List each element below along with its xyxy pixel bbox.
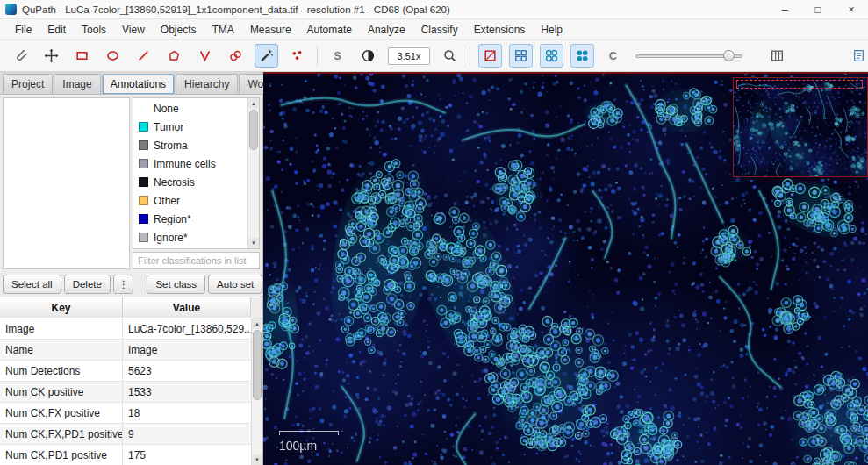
class-item-ignore[interactable]: Ignore*	[133, 228, 247, 247]
scroll-down-icon[interactable]: ▼	[252, 454, 262, 465]
close-button[interactable]: ×	[835, 0, 868, 18]
scrollbar-thumb[interactable]	[249, 110, 258, 150]
tab-image[interactable]: Image	[54, 74, 100, 94]
measurement-row[interactable]: ImageLuCa-7color_[13860,529...	[0, 318, 251, 340]
class-item-tumor[interactable]: Tumor	[133, 118, 247, 136]
class-item-stroma[interactable]: Stroma	[133, 136, 247, 154]
measurement-key: Image	[0, 318, 123, 339]
measurement-row[interactable]: Num CK,FX,PD1 positive9	[0, 424, 251, 445]
image-bounds-line	[263, 72, 868, 74]
menu-analyze[interactable]: Analyze	[360, 19, 413, 39]
pin-tool-button[interactable]	[9, 44, 32, 68]
class-label: Stroma	[154, 140, 188, 152]
menu-tools[interactable]: Tools	[74, 19, 114, 39]
set-class-button[interactable]: Set class	[147, 275, 205, 294]
measurement-row[interactable]: NameImage	[0, 340, 251, 361]
maximize-button[interactable]: □	[801, 0, 835, 18]
menu-file[interactable]: File	[7, 19, 39, 39]
brush-tool-button[interactable]	[224, 44, 247, 68]
class-item-necrosis[interactable]: Necrosis	[133, 173, 247, 191]
menu-measure[interactable]: Measure	[242, 19, 299, 39]
menu-view[interactable]: View	[114, 19, 153, 39]
class-color-swatch	[139, 232, 148, 242]
menu-objects[interactable]: Objects	[153, 19, 204, 39]
class-list-container: NoneTumorStromaImmune cellsNecrosisOther…	[133, 97, 260, 249]
delete-button[interactable]: Delete	[64, 275, 111, 294]
ellipse-tool-button[interactable]	[101, 44, 125, 68]
scroll-down-icon[interactable]: ▼	[248, 238, 259, 248]
minimize-button[interactable]: –	[768, 0, 801, 18]
measurement-key: Num CK,FX positive	[0, 403, 123, 423]
class-label: Region*	[154, 213, 191, 225]
points-tool-button[interactable]	[285, 44, 309, 68]
scroll-up-icon[interactable]: ▲	[248, 98, 259, 109]
magnifier-icon	[442, 48, 457, 63]
line-tool-button[interactable]	[132, 44, 155, 68]
table-scrollbar[interactable]: ▲ ▼	[251, 318, 262, 465]
class-color-swatch	[139, 177, 148, 187]
measurement-row[interactable]: Num CK positive1533	[0, 382, 251, 403]
class-item-immune-cells[interactable]: Immune cells	[133, 154, 247, 173]
class-filter-input[interactable]	[133, 252, 260, 269]
brightness-contrast-button[interactable]	[356, 44, 380, 68]
class-label: None	[154, 103, 179, 115]
tab-project[interactable]: Project	[3, 74, 53, 94]
measurement-row[interactable]: Num CK,FX positive18	[0, 403, 251, 424]
scroll-up-icon[interactable]: ▲	[252, 318, 262, 329]
rectangle-tool-button[interactable]	[70, 44, 94, 68]
fill-detections-button[interactable]	[570, 44, 594, 68]
scrollbar-track[interactable]	[248, 109, 259, 238]
tab-hierarchy[interactable]: Hierarchy	[176, 74, 238, 94]
annotations-tab-content: NoneTumorStromaImmune cellsNecrosisOther…	[0, 95, 262, 272]
move-tool-button[interactable]	[39, 44, 63, 68]
scrollbar-thumb[interactable]	[253, 330, 262, 400]
zoom-to-fit-button[interactable]	[438, 44, 462, 68]
measurement-row[interactable]: Num CK,PD1 positive175	[0, 445, 251, 465]
toolbar-separator	[470, 46, 470, 66]
class-color-swatch	[139, 214, 148, 224]
selection-mode-icon: S	[334, 49, 341, 62]
menu-automate[interactable]: Automate	[299, 19, 360, 39]
class-label: Other	[154, 195, 180, 207]
opacity-slider-thumb[interactable]	[723, 50, 735, 61]
class-item-other[interactable]: Other	[133, 191, 247, 210]
menu-help[interactable]: Help	[533, 19, 570, 39]
column-header-key[interactable]: Key	[0, 297, 123, 318]
menu-tma[interactable]: TMA	[204, 19, 242, 39]
analysis-panel: ProjectImageAnnotationsHierarchyWork ▾ N…	[0, 72, 263, 465]
measurement-key: Num CK positive	[0, 382, 123, 402]
show-tma-grid-button[interactable]	[509, 44, 533, 68]
wand-tool-button[interactable]	[255, 44, 278, 68]
annotation-buttons-row: Select all Delete ⋮ Set class Auto set ⋮	[0, 272, 262, 297]
selection-mode-button[interactable]: S	[326, 44, 349, 68]
show-annotations-button[interactable]	[478, 44, 502, 68]
overview-thumbnail[interactable]	[733, 77, 868, 177]
menu-classify[interactable]: Classify	[413, 19, 466, 39]
class-label: Immune cells	[154, 158, 216, 170]
menu-edit[interactable]: Edit	[39, 19, 74, 39]
tab-annotations[interactable]: Annotations	[102, 74, 175, 94]
annotation-more-button[interactable]: ⋮	[113, 275, 134, 294]
scrollbar-track[interactable]	[252, 329, 262, 454]
magnification-field[interactable]: 3.51x	[388, 47, 430, 65]
class-list-scrollbar[interactable]: ▲ ▼	[247, 98, 259, 248]
select-all-button[interactable]: Select all	[3, 275, 61, 294]
class-label: Ignore*	[154, 232, 188, 244]
menu-extensions[interactable]: Extensions	[466, 19, 534, 39]
show-detections-button[interactable]	[540, 44, 563, 68]
auto-set-button[interactable]: Auto set	[208, 275, 262, 294]
class-item-region[interactable]: Region*	[133, 210, 247, 228]
class-color-swatch	[139, 104, 148, 113]
measurement-tables-button[interactable]	[765, 44, 789, 68]
show-channels-button[interactable]: C	[601, 44, 625, 68]
measurement-row[interactable]: Num Detections5623	[0, 361, 251, 382]
class-item-none[interactable]: None	[133, 99, 247, 118]
polyline-tool-button[interactable]	[193, 44, 217, 68]
image-viewer[interactable]: 100µm	[263, 72, 868, 465]
script-editor-button[interactable]	[843, 44, 868, 68]
table-icon	[770, 48, 785, 63]
opacity-slider[interactable]	[635, 44, 742, 68]
annotation-list[interactable]	[3, 97, 130, 269]
column-header-value[interactable]: Value	[123, 297, 251, 318]
polygon-tool-button[interactable]	[162, 44, 186, 68]
